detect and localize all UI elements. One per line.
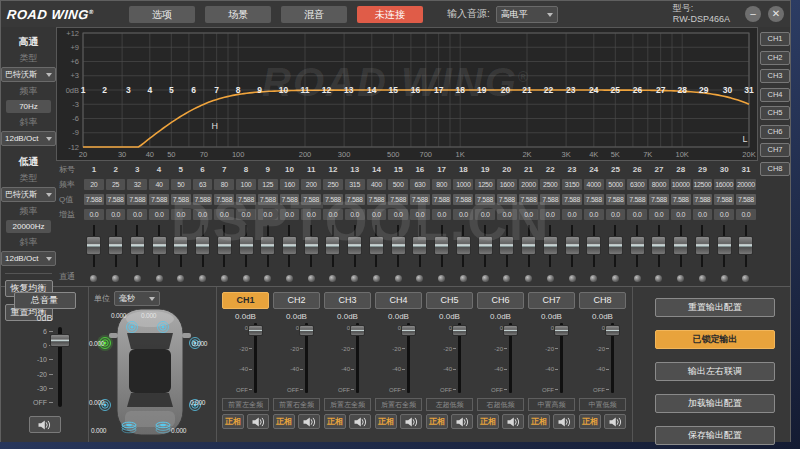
eq-band-slider[interactable]	[714, 223, 734, 269]
band-freq-field[interactable]: 4000	[584, 179, 604, 190]
channel-volume-slider[interactable]	[356, 323, 359, 393]
band-freq-field[interactable]: 500	[388, 179, 408, 190]
eq-band-slider[interactable]	[127, 223, 147, 269]
band-gain-field[interactable]: 0.0	[106, 209, 126, 220]
master-mute-button[interactable]	[29, 416, 61, 433]
band-bypass-radio[interactable]	[286, 275, 293, 282]
band-gain-field[interactable]: 0.0	[84, 209, 104, 220]
band-bypass-radio[interactable]	[482, 275, 489, 282]
slider-handle[interactable]	[248, 325, 263, 336]
band-bypass-radio[interactable]	[438, 275, 445, 282]
band-q-field[interactable]: 7.588	[171, 194, 191, 205]
eq-band-slider[interactable]	[84, 223, 104, 269]
band-gain-field[interactable]: 0.0	[432, 209, 452, 220]
eq-band-slider[interactable]	[214, 223, 234, 269]
eq-band-slider[interactable]	[301, 223, 321, 269]
slider-handle[interactable]	[630, 236, 645, 255]
delay-value-front-left-door[interactable]: 0.000	[89, 340, 104, 347]
eq-band-slider[interactable]	[453, 223, 473, 269]
band-q-field[interactable]: 7.588	[562, 194, 582, 205]
eq-band-slider[interactable]	[736, 223, 756, 269]
band-freq-field[interactable]: 20000	[736, 179, 756, 190]
output-config-button-2[interactable]: 已锁定输出	[655, 330, 775, 349]
band-gain-field[interactable]: 0.0	[693, 209, 713, 220]
band-bypass-radio[interactable]	[395, 275, 402, 282]
band-gain-field[interactable]: 0.0	[519, 209, 539, 220]
band-gain-field[interactable]: 0.0	[453, 209, 473, 220]
slider-handle[interactable]	[350, 325, 365, 336]
mute-button[interactable]	[502, 414, 524, 429]
lowpass-slope-dropdown[interactable]: 12dB/Oct	[1, 251, 56, 266]
phase-button[interactable]: 正相	[375, 414, 397, 429]
band-q-field[interactable]: 7.588	[540, 194, 560, 205]
band-bypass-radio[interactable]	[264, 275, 271, 282]
band-gain-field[interactable]: 0.0	[388, 209, 408, 220]
band-freq-field[interactable]: 80	[214, 179, 234, 190]
band-gain-field[interactable]: 0.0	[627, 209, 647, 220]
band-bypass-radio[interactable]	[112, 275, 119, 282]
band-q-field[interactable]: 7.588	[736, 194, 756, 205]
band-bypass-radio[interactable]	[503, 275, 510, 282]
slider-handle[interactable]	[412, 236, 427, 255]
slider-handle[interactable]	[651, 236, 666, 255]
band-q-field[interactable]: 7.588	[367, 194, 387, 205]
eq-band-slider[interactable]	[475, 223, 495, 269]
band-bypass-radio[interactable]	[677, 275, 684, 282]
eq-channel-button-ch2[interactable]: CH2	[760, 51, 790, 65]
band-freq-field[interactable]: 3150	[562, 179, 582, 190]
channel-button-ch3[interactable]: CH3	[324, 292, 371, 309]
mute-button[interactable]	[349, 414, 371, 429]
band-freq-field[interactable]: 1250	[475, 179, 495, 190]
slider-handle[interactable]	[239, 236, 254, 255]
band-q-field[interactable]: 7.588	[649, 194, 669, 205]
band-bypass-radio[interactable]	[634, 275, 641, 282]
slider-handle[interactable]	[565, 236, 580, 255]
eq-channel-button-ch3[interactable]: CH3	[760, 69, 790, 83]
band-q-field[interactable]: 7.588	[671, 194, 691, 205]
highpass-freq-field[interactable]: 70Hz	[6, 100, 51, 113]
phase-button[interactable]: 正相	[528, 414, 550, 429]
band-freq-field[interactable]: 16000	[714, 179, 734, 190]
eq-band-slider[interactable]	[562, 223, 582, 269]
channel-volume-slider[interactable]	[254, 323, 257, 393]
eq-channel-button-ch4[interactable]: CH4	[760, 88, 790, 102]
eq-band-slider[interactable]	[236, 223, 256, 269]
band-freq-field[interactable]: 10000	[671, 179, 691, 190]
phase-button[interactable]: 正相	[477, 414, 499, 429]
band-q-field[interactable]: 7.588	[497, 194, 517, 205]
band-bypass-radio[interactable]	[134, 275, 141, 282]
band-bypass-radio[interactable]	[655, 275, 662, 282]
channel-button-ch2[interactable]: CH2	[273, 292, 320, 309]
band-gain-field[interactable]: 0.0	[171, 209, 191, 220]
band-bypass-radio[interactable]	[525, 275, 532, 282]
eq-band-slider[interactable]	[106, 223, 126, 269]
channel-volume-slider[interactable]	[611, 323, 614, 393]
band-freq-field[interactable]: 32	[127, 179, 147, 190]
band-gain-field[interactable]: 0.0	[475, 209, 495, 220]
eq-band-slider[interactable]	[149, 223, 169, 269]
band-freq-field[interactable]: 5000	[606, 179, 626, 190]
eq-band-slider[interactable]	[367, 223, 387, 269]
eq-band-slider[interactable]	[171, 223, 191, 269]
band-gain-field[interactable]: 0.0	[149, 209, 169, 220]
delay-value-front-right-door[interactable]: 0.000	[192, 340, 207, 347]
band-q-field[interactable]: 7.588	[627, 194, 647, 205]
band-gain-field[interactable]: 0.0	[540, 209, 560, 220]
band-q-field[interactable]: 7.588	[388, 194, 408, 205]
band-q-field[interactable]: 7.588	[106, 194, 126, 205]
eq-band-slider[interactable]	[388, 223, 408, 269]
slider-handle[interactable]	[299, 325, 314, 336]
slider-handle[interactable]	[695, 236, 710, 255]
channel-button-ch1[interactable]: CH1	[222, 292, 269, 309]
delay-value-rear-left[interactable]: 0.000	[89, 399, 104, 406]
channel-volume-slider[interactable]	[509, 323, 512, 393]
band-gain-field[interactable]: 0.0	[584, 209, 604, 220]
slider-handle[interactable]	[503, 325, 518, 336]
band-gain-field[interactable]: 0.0	[606, 209, 626, 220]
band-freq-field[interactable]: 315	[345, 179, 365, 190]
eq-band-slider[interactable]	[606, 223, 626, 269]
channel-volume-slider[interactable]	[560, 323, 563, 393]
eq-band-slider[interactable]	[345, 223, 365, 269]
band-bypass-radio[interactable]	[569, 275, 576, 282]
band-bypass-radio[interactable]	[243, 275, 250, 282]
